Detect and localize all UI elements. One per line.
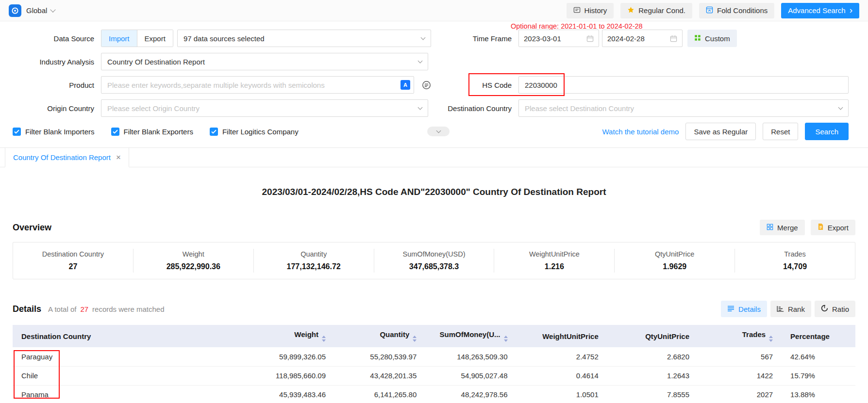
region-label: Global <box>26 6 47 15</box>
filter-blank-importers-label: Filter Blank Importers <box>25 128 95 136</box>
data-source-value: 97 data sources selected <box>184 34 265 43</box>
col-quantity[interactable]: Quantity <box>334 325 425 347</box>
topbar: Global History Regular Cond. Fold Condit… <box>0 0 868 21</box>
sort-icon[interactable] <box>322 336 326 342</box>
sort-icon[interactable] <box>504 336 508 342</box>
stat-qty-unit-price: QtyUnitPrice 1.9629 <box>615 249 735 273</box>
stat-label: SumOfMoney(USD) <box>374 250 494 258</box>
filter-logistics-company-checkbox[interactable]: Filter Logitics Company <box>210 128 299 136</box>
overview-actions: Merge Export <box>760 220 855 235</box>
tab-label: Country Of Destination Report <box>13 153 111 161</box>
stat-value: 285,922,990.36 <box>134 262 253 271</box>
collapse-conditions-toggle[interactable] <box>427 127 450 136</box>
tutorial-demo-link[interactable]: Watch the tutorial demo <box>602 128 679 136</box>
export-button[interactable]: Export <box>811 220 855 235</box>
form-row-filters: Filter Blank Importers Filter Blank Expo… <box>13 122 849 141</box>
col-trades[interactable]: Trades <box>698 325 782 347</box>
industry-analysis-select[interactable]: Country Of Destination Report <box>101 53 428 70</box>
history-label: History <box>584 6 607 15</box>
view-rank-label: Rank <box>788 305 805 313</box>
origin-country-select[interactable]: Please select Origin Country <box>101 99 428 117</box>
industry-analysis-value: Country Of Destination Report <box>107 58 205 66</box>
industry-field: Country Of Destination Report <box>101 53 431 70</box>
hs-code-input[interactable] <box>518 76 849 94</box>
col-weight-unit-price: WeightUnitPrice <box>517 325 607 347</box>
stat-value: 27 <box>13 262 133 271</box>
table-view-icon <box>727 305 734 313</box>
industry-analysis-label: Industry Analysis <box>13 58 101 66</box>
keyword-list-icon[interactable] <box>422 81 431 90</box>
match-count: 27 <box>80 305 88 313</box>
regular-cond-button[interactable]: Regular Cond. <box>620 3 692 18</box>
export-option[interactable]: Export <box>137 30 173 47</box>
history-button[interactable]: History <box>567 3 614 18</box>
sort-icon[interactable] <box>769 336 773 342</box>
app-logo[interactable] <box>9 4 21 17</box>
topbar-actions: History Regular Cond. Fold Conditions Ad… <box>567 3 859 18</box>
filter-blank-importers-checkbox[interactable]: Filter Blank Importers <box>13 128 95 136</box>
cell-qty-unit-price: 7.8555 <box>607 385 698 403</box>
stat-trades: Trades 14,709 <box>735 249 855 273</box>
overview-heading: Overview <box>13 223 51 233</box>
calendar-icon <box>670 35 677 42</box>
pie-chart-icon <box>821 305 828 313</box>
match-suffix: records were matched <box>92 305 164 313</box>
view-ratio-button[interactable]: Ratio <box>815 301 855 317</box>
stat-label: Quantity <box>254 250 374 258</box>
overview-stats: Destination Country 27 Weight 285,922,99… <box>13 242 855 279</box>
region-selector[interactable]: Global <box>26 6 55 15</box>
cell-quantity: 55,280,539.97 <box>334 347 425 366</box>
filter-blank-exporters-checkbox[interactable]: Filter Blank Exporters <box>111 128 193 136</box>
custom-range-button[interactable]: Custom <box>687 30 737 47</box>
col-weight[interactable]: Weight <box>244 325 334 347</box>
import-option[interactable]: Import <box>101 30 137 47</box>
cell-weight: 45,939,483.46 <box>244 385 334 403</box>
filter-logistics-company-label: Filter Logitics Company <box>222 128 299 136</box>
stat-weight: Weight 285,922,990.36 <box>134 249 254 273</box>
cell-country[interactable]: Panama <box>13 385 244 403</box>
save-as-regular-button[interactable]: Save as Regular <box>685 123 756 140</box>
stat-label: Destination Country <box>13 250 133 258</box>
stat-destination-country: Destination Country 27 <box>13 249 134 273</box>
merge-button[interactable]: Merge <box>760 220 805 235</box>
overview-header: Overview Merge Export <box>13 220 855 235</box>
data-source-select[interactable]: 97 data sources selected <box>177 30 431 47</box>
origin-country-placeholder: Please select Origin Country <box>107 104 200 113</box>
view-rank-button[interactable]: Rank <box>770 301 811 317</box>
form-row-data-source: Data Source Import Export 97 data source… <box>13 29 849 48</box>
stat-weight-unit-price: WeightUnitPrice 1.216 <box>494 249 615 273</box>
date-end-input[interactable]: 2024-02-28 <box>602 30 683 47</box>
form-row-product-hscode: Product A HS Code <box>13 76 849 94</box>
col-percentage: Percentage <box>782 325 855 347</box>
cell-country[interactable]: Paraguay <box>13 347 244 366</box>
col-trades-label: Trades <box>742 330 766 339</box>
destination-country-select[interactable]: Please select Destination Country <box>518 99 849 117</box>
reset-button[interactable]: Reset <box>763 123 798 140</box>
cell-qty-unit-price: 1.2643 <box>607 366 698 385</box>
close-icon[interactable]: × <box>116 153 121 161</box>
tab-country-of-destination-report[interactable]: Country Of Destination Report × <box>5 148 129 167</box>
custom-label: Custom <box>705 34 730 43</box>
search-button[interactable]: Search <box>805 123 849 140</box>
table-row: Panama 45,939,483.46 6,141,265.80 48,242… <box>13 385 855 403</box>
view-details-button[interactable]: Details <box>721 301 767 317</box>
cell-weight-unit-price: 0.4614 <box>517 366 607 385</box>
cell-weight-unit-price: 2.4752 <box>517 347 607 366</box>
cell-quantity: 43,428,201.35 <box>334 366 425 385</box>
cell-percentage: 15.79% <box>782 366 855 385</box>
form-row-industry: Industry Analysis Country Of Destination… <box>13 52 849 71</box>
date-start-input[interactable]: 2023-03-01 <box>518 30 599 47</box>
col-sum-of-money[interactable]: SumOfMoney(U... <box>425 325 516 347</box>
cell-trades: 567 <box>698 347 782 366</box>
fold-conditions-button[interactable]: Fold Conditions <box>699 3 774 18</box>
details-table: Destination Country Weight Quantity SumO… <box>13 325 855 403</box>
details-heading: Details <box>13 304 41 314</box>
advanced-search-button[interactable]: Advanced Search › <box>781 3 859 18</box>
translate-icon[interactable]: A <box>401 80 410 90</box>
star-icon <box>627 6 634 15</box>
sort-icon[interactable] <box>413 336 417 342</box>
product-keywords-input[interactable] <box>101 76 414 94</box>
stat-sum-of-money: SumOfMoney(USD) 347,685,378.3 <box>374 249 495 273</box>
col-weight-label: Weight <box>294 330 318 339</box>
cell-country[interactable]: Chile <box>13 366 244 385</box>
